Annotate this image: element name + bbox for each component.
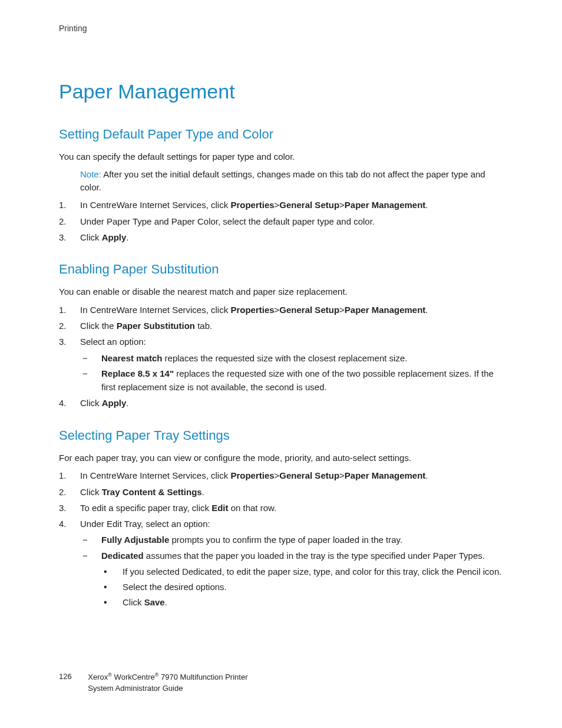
list-item: Click Save. [101,595,503,609]
list-item: Click the Paper Substitution tab. [59,319,503,332]
list-item: In CentreWare Internet Services, click P… [59,198,503,212]
list-item: Click Apply. [59,396,503,410]
section-heading-1: Setting Default Paper Type and Color [59,127,503,142]
list-item: Under Edit Tray, select an option: Fully… [59,517,503,610]
list-item: Select an option: Nearest match replaces… [59,335,503,394]
list-item: If you selected Dedicated, to edit the p… [101,565,503,578]
section-2-sublist: Nearest match replaces the requested siz… [80,351,503,394]
header-section-label: Printing [59,24,503,33]
page-title: Paper Management [59,80,503,103]
page-number: 126 [59,671,72,682]
list-item: Click Apply. [59,230,503,244]
section-3-bullets: If you selected Dedicated, to edit the p… [101,565,503,610]
list-item: Click Tray Content & Settings. [59,485,503,499]
list-item: Dedicated assumes that the paper you loa… [80,549,503,610]
list-item: Replace 8.5 x 14" replaces the requested… [80,367,503,394]
section-heading-2: Enabling Paper Substitution [59,262,503,277]
section-3-sublist: Fully Adjustable prompts you to confirm … [80,533,503,609]
note-block: Note: After you set the initial default … [80,168,503,194]
list-item: To edit a specific paper tray, click Edi… [59,501,503,515]
list-item: Fully Adjustable prompts you to confirm … [80,533,503,546]
note-text: After you set the initial default settin… [80,169,485,192]
section-3-intro: For each paper tray, you can view or con… [59,452,503,465]
list-item: In CentreWare Internet Services, click P… [59,303,503,317]
footer-lines: Xerox® WorkCentre® 7970 Multifunction Pr… [88,671,247,694]
list-item: Nearest match replaces the requested siz… [80,351,503,365]
list-item: Under Paper Type and Paper Color, select… [59,215,503,228]
section-1-intro: You can specify the default settings for… [59,150,503,163]
section-heading-3: Selecting Paper Tray Settings [59,428,503,443]
section-1-steps: In CentreWare Internet Services, click P… [59,198,503,244]
section-3-steps: In CentreWare Internet Services, click P… [59,469,503,609]
list-item: In CentreWare Internet Services, click P… [59,469,503,482]
list-item: Select the desired options. [101,580,503,594]
section-2-intro: You can enable or disable the nearest ma… [59,285,503,298]
section-2-steps: In CentreWare Internet Services, click P… [59,303,503,410]
page-footer: 126 Xerox® WorkCentre® 7970 Multifunctio… [59,671,247,694]
note-label: Note: [80,169,101,179]
